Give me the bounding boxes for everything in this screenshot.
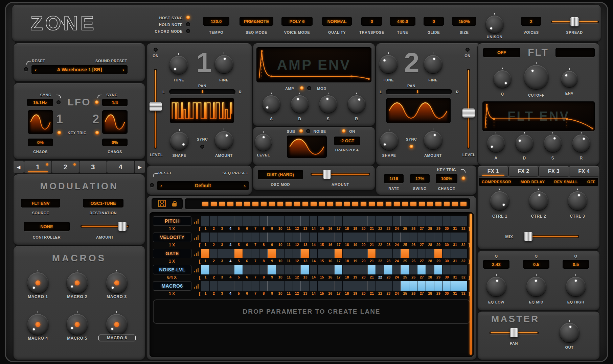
seq-step-cell[interactable] [268, 216, 276, 226]
seq-step-cell[interactable] [318, 281, 326, 291]
seq-step-cell[interactable] [276, 249, 284, 258]
header-seq-mode-value[interactable]: PRM&NOTE [240, 17, 273, 26]
seq-preset-next-icon[interactable]: › [244, 183, 246, 188]
fx-slot-2-value[interactable]: MOD DELAY [521, 180, 545, 184]
seq-step-cell[interactable] [285, 265, 293, 274]
lane-name-macro6[interactable]: MACRO6 [153, 281, 191, 291]
lfo2-sync-led[interactable] [95, 100, 99, 104]
seq-step-cell[interactable] [326, 265, 334, 274]
lane-name-velocity[interactable]: VELOCITY [153, 233, 191, 242]
seq-step-cell[interactable] [251, 265, 259, 274]
lfo2-keytrig-led[interactable] [95, 131, 99, 135]
lane-name-gate[interactable]: GATE [153, 249, 191, 258]
seq-step-cell[interactable] [417, 265, 426, 274]
seq-step-cell[interactable] [384, 216, 392, 226]
seq-enable-step[interactable] [326, 201, 335, 207]
seq-step-cell[interactable] [234, 216, 243, 226]
eq-high-q-value[interactable]: 0.5 [563, 260, 589, 269]
seq-step-cell[interactable] [210, 249, 218, 258]
seq-rate-value[interactable]: 1/16 [384, 174, 404, 183]
master-pan-slider[interactable] [490, 330, 539, 336]
seq-step-cell[interactable] [368, 249, 376, 258]
seq-step-cell[interactable] [442, 281, 451, 291]
flt-cutoff-knob[interactable] [524, 65, 548, 89]
lock-icon[interactable] [172, 203, 177, 207]
fx-slot-1-value[interactable]: COMPRESSOR [482, 180, 511, 184]
seq-step-cell[interactable] [201, 233, 209, 242]
osc1-level-handle[interactable] [150, 102, 162, 111]
seq-step-cell[interactable] [293, 216, 301, 226]
seq-step-cell[interactable] [401, 249, 409, 258]
seq-step-cell[interactable] [384, 265, 392, 274]
header-voice-mode-value[interactable]: POLY 6 [281, 17, 313, 26]
seq-step-cell[interactable] [210, 216, 218, 226]
seq-swing-value[interactable]: 17% [410, 174, 430, 183]
osc1-fine-knob[interactable] [215, 55, 233, 73]
seq-step-cell[interactable] [359, 233, 367, 242]
toggle-hold-note-led[interactable] [186, 22, 190, 26]
seq-step-cell[interactable] [359, 281, 367, 291]
osc1-shape-knob[interactable] [170, 132, 188, 150]
seq-step-cell[interactable] [343, 265, 351, 274]
seq-step-cell[interactable] [251, 216, 259, 226]
seq-step-cell[interactable] [301, 249, 309, 258]
sub-level-knob[interactable] [255, 134, 272, 151]
seq-enable-step[interactable] [376, 201, 384, 207]
seq-step-cell[interactable] [285, 233, 293, 242]
seq-step-cell[interactable] [343, 249, 351, 258]
seq-step-cell[interactable] [451, 233, 459, 242]
seq-step-cell[interactable] [442, 265, 451, 274]
seq-step-cell[interactable] [276, 233, 284, 242]
seq-step-cell[interactable] [259, 281, 268, 291]
flt-mode-selector[interactable]: OFF [483, 48, 520, 57]
seq-step-cell[interactable] [451, 281, 459, 291]
seq-step-cell[interactable] [384, 249, 392, 258]
seq-enable-step[interactable] [301, 201, 310, 207]
seq-step-cell[interactable] [226, 216, 234, 226]
lane-rate-macro6[interactable]: 1 X [153, 291, 191, 296]
seq-step-cell[interactable] [409, 233, 417, 242]
seq-enable-step[interactable] [359, 201, 368, 207]
seq-step-cell[interactable] [326, 281, 334, 291]
seq-step-cell[interactable] [234, 281, 243, 291]
seq-preset-selector[interactable]: ‹ Default › [157, 181, 249, 190]
flt-env-knob[interactable] [561, 71, 577, 87]
seq-step-cell[interactable] [226, 233, 234, 242]
lfo1-keytrig-led[interactable] [57, 131, 61, 135]
seq-step-cell[interactable] [210, 265, 218, 274]
mod-tab-4[interactable]: 4 [107, 161, 134, 173]
seq-step-cell[interactable] [401, 265, 409, 274]
flt-r-knob[interactable] [572, 135, 590, 152]
fx-tab-fx-4[interactable]: FX 4 [569, 166, 599, 176]
lane-rate-noise-lvl[interactable]: 6/4 X [153, 275, 191, 280]
flt-d-knob[interactable] [516, 135, 533, 152]
seq-step-cell[interactable] [310, 249, 318, 258]
seq-step-cell[interactable] [459, 233, 467, 242]
seq-step-cell[interactable] [318, 233, 326, 242]
osc2-level-handle[interactable] [462, 108, 475, 118]
seq-step-cell[interactable] [218, 281, 226, 291]
macro-1-knob[interactable] [27, 272, 48, 293]
seq-step-cell[interactable] [285, 216, 293, 226]
eq-low-q-value[interactable]: 2.43 [483, 260, 509, 269]
voices-value[interactable]: 2 [521, 17, 541, 26]
seq-enable-step[interactable] [201, 201, 210, 207]
sub-on-led[interactable] [342, 129, 346, 133]
seq-step-cell[interactable] [268, 265, 276, 274]
mod-tabs-prev-icon[interactable]: ◀ [14, 161, 24, 173]
seq-step-cell[interactable] [293, 281, 301, 291]
seq-step-cell[interactable] [401, 233, 409, 242]
header-glide-value[interactable]: 0 [424, 17, 444, 26]
seq-enable-step[interactable] [335, 201, 343, 207]
osc2-on-led[interactable] [466, 48, 470, 52]
seq-step-cell[interactable] [310, 281, 318, 291]
lane-rate-gate[interactable]: 1 X [153, 259, 191, 264]
fx-tab-fx-2[interactable]: FX 2 [509, 166, 539, 176]
drop-parameter-zone[interactable]: DROP PARAMETER TO CREATE LANE [153, 299, 470, 324]
osc2-level-slider[interactable] [462, 69, 475, 149]
macro-6-knob[interactable] [106, 314, 127, 335]
seq-reset-led[interactable] [150, 183, 154, 187]
lane-name-noise-lvl[interactable]: NOISE-LVL [153, 265, 191, 274]
seq-step-cell[interactable] [401, 281, 409, 291]
amp-r-knob[interactable] [348, 95, 365, 113]
